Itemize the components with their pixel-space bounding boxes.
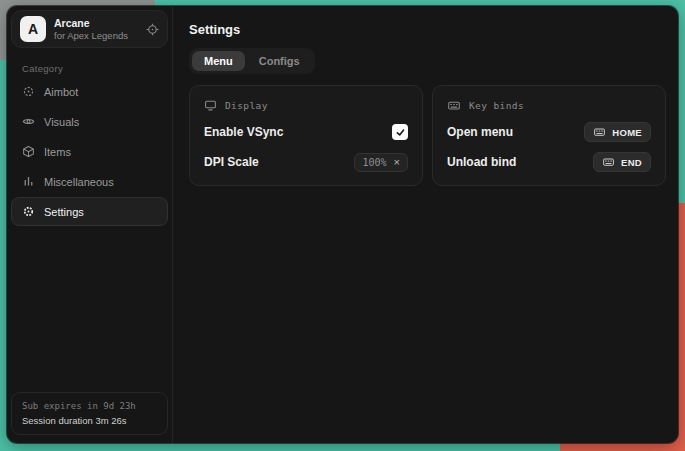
sidebar-item-settings[interactable]: Settings (11, 197, 168, 226)
unload-bind-label: Unload bind (447, 155, 516, 169)
sidebar-item-label: Aimbot (44, 86, 78, 98)
brand-text: Arcane for Apex Legends (54, 17, 128, 42)
unload-bind-key: END (621, 157, 642, 168)
keyboard-icon (447, 99, 461, 112)
main-content: Settings Menu Configs Display (173, 6, 678, 443)
open-menu-label: Open menu (447, 125, 513, 139)
display-card-title: Display (225, 100, 268, 111)
tab-menu[interactable]: Menu (192, 51, 245, 71)
cube-icon (22, 145, 35, 158)
category-label: Category (22, 63, 172, 74)
session-info: Sub expires in 9d 23h Session duration 3… (11, 392, 168, 435)
dpi-scale-label: DPI Scale (204, 155, 259, 169)
display-card: Display Enable VSync (189, 85, 423, 186)
keybinds-card-title: Key binds (469, 100, 524, 111)
vsync-label: Enable VSync (204, 125, 283, 139)
vsync-checkbox[interactable] (392, 124, 408, 140)
keyboard-icon (602, 156, 615, 168)
app-window: A Arcane for Apex Legends Category (7, 6, 678, 443)
tab-configs[interactable]: Configs (247, 51, 312, 71)
clear-icon[interactable]: × (394, 157, 400, 168)
keybinds-card: Key binds Open menu HOME (432, 85, 666, 186)
keybinds-card-header: Key binds (447, 99, 651, 112)
tab-group: Menu Configs (189, 48, 315, 74)
sidebar-item-visuals[interactable]: Visuals (11, 107, 168, 136)
open-menu-keybind-button[interactable]: HOME (584, 122, 651, 142)
sidebar-item-label: Visuals (44, 116, 79, 128)
dpi-scale-input[interactable]: 100% × (354, 153, 408, 172)
display-card-header: Display (204, 99, 408, 112)
open-menu-row: Open menu HOME (447, 122, 651, 142)
vsync-row: Enable VSync (204, 122, 408, 142)
gear-icon (22, 205, 35, 218)
sidebar-item-miscellaneous[interactable]: Miscellaneous (11, 167, 168, 196)
eye-icon (22, 115, 35, 128)
sidebar-item-label: Miscellaneous (44, 176, 114, 188)
dpi-scale-value: 100% (362, 157, 386, 168)
bars-icon (22, 175, 35, 188)
dpi-scale-row: DPI Scale 100% × (204, 152, 408, 172)
screen-background: A Arcane for Apex Legends Category (0, 0, 685, 451)
unload-bind-row: Unload bind END (447, 152, 651, 172)
brand-title: Arcane (54, 17, 128, 30)
settings-cards: Display Enable VSync (189, 85, 667, 186)
sidebar-item-items[interactable]: Items (11, 137, 168, 166)
sidebar-item-label: Items (44, 146, 71, 158)
sidebar-nav: Aimbot Visuals (7, 77, 172, 226)
sidebar-item-aimbot[interactable]: Aimbot (11, 77, 168, 106)
session-duration-text: Session duration 3m 26s (22, 415, 157, 426)
sidebar-item-label: Settings (44, 206, 84, 218)
check-icon (395, 127, 406, 138)
brand-subtitle: for Apex Legends (54, 30, 128, 42)
sidebar: A Arcane for Apex Legends Category (7, 6, 173, 443)
monitor-icon (204, 99, 217, 112)
unload-bind-keybind-button[interactable]: END (593, 152, 651, 172)
app-logo: A (20, 16, 46, 42)
target-icon[interactable] (146, 23, 159, 36)
open-menu-key: HOME (612, 127, 642, 138)
crosshair-icon (22, 85, 35, 98)
brand-card: A Arcane for Apex Legends (11, 10, 168, 48)
keyboard-icon (593, 126, 606, 138)
page-title: Settings (189, 22, 667, 37)
sub-expiry-text: Sub expires in 9d 23h (22, 401, 157, 411)
